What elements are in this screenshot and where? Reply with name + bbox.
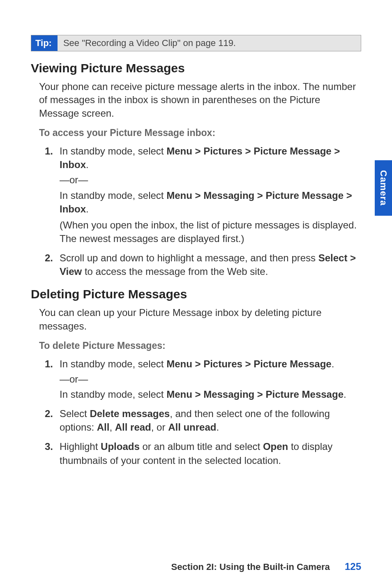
text: Scroll up and down to highlight a messag…	[60, 252, 318, 263]
step-1-deleting: 1. In standby mode, select Menu > Pictur…	[45, 357, 361, 401]
step-number: 3.	[45, 440, 60, 467]
tip-text: See "Recording a Video Clip" on page 119…	[58, 35, 242, 51]
step-number: 1.	[45, 357, 60, 401]
intro-text-2: You can clean up your Picture Message in…	[39, 306, 361, 333]
footer-page-number: 125	[345, 561, 361, 572]
steps-viewing: 1. In standby mode, select Menu > Pictur…	[45, 144, 361, 278]
step-2-deleting: 2. Select Delete messages, and then sele…	[45, 407, 361, 434]
step-number: 2.	[45, 407, 60, 434]
text: In standby mode, select	[60, 190, 166, 201]
step-number: 1.	[45, 144, 60, 245]
text: In standby mode, select	[60, 358, 166, 369]
heading-deleting-picture-messages: Deleting Picture Messages	[31, 287, 361, 301]
menu-path: Open	[263, 441, 288, 452]
step-content: Scroll up and down to highlight a messag…	[60, 251, 361, 278]
text: Highlight	[60, 441, 101, 452]
step-content: Highlight Uploads or an album title and …	[60, 440, 361, 467]
option: All unread	[168, 422, 216, 433]
menu-path: Uploads	[101, 441, 140, 452]
sub-heading-access-inbox: To access your Picture Message inbox:	[39, 127, 361, 138]
step-3-deleting: 3. Highlight Uploads or an album title a…	[45, 440, 361, 467]
text: In standby mode, select	[60, 389, 166, 400]
page-footer: Section 2I: Using the Built-in Camera 12…	[171, 561, 361, 572]
text: or an album title and select	[140, 441, 263, 452]
text: , or	[151, 422, 168, 433]
note-text: (When you open the inbox, the list of pi…	[60, 218, 361, 245]
heading-viewing-picture-messages: Viewing Picture Messages	[31, 61, 361, 75]
text: Select	[60, 408, 90, 419]
menu-path: Menu > Pictures > Picture Message	[166, 358, 332, 369]
step-content: In standby mode, select Menu > Pictures …	[60, 357, 361, 401]
tip-label: Tip:	[31, 35, 58, 51]
step-content: In standby mode, select Menu > Pictures …	[60, 144, 361, 245]
step-2-viewing: 2. Scroll up and down to highlight a mes…	[45, 251, 361, 278]
option: All	[97, 422, 110, 433]
menu-path: Menu > Messaging > Picture Message	[166, 389, 344, 400]
or-divider: —or—	[60, 372, 361, 386]
intro-text-1: Your phone can receive picture message a…	[39, 80, 361, 120]
or-divider: —or—	[60, 173, 361, 187]
sub-heading-delete: To delete Picture Messages:	[39, 340, 361, 351]
step-number: 2.	[45, 251, 60, 278]
step-1-viewing: 1. In standby mode, select Menu > Pictur…	[45, 144, 361, 245]
side-tab-camera: Camera	[375, 160, 392, 216]
steps-deleting: 1. In standby mode, select Menu > Pictur…	[45, 357, 361, 467]
option: All read	[115, 422, 151, 433]
text: to access the message from the Web site.	[82, 266, 268, 277]
footer-section: Section 2I: Using the Built-in Camera	[171, 562, 330, 572]
tip-callout: Tip: See "Recording a Video Clip" on pag…	[31, 35, 361, 51]
menu-path: Delete messages	[90, 408, 170, 419]
step-content: Select Delete messages, and then select …	[60, 407, 361, 434]
text: In standby mode, select	[60, 145, 166, 157]
